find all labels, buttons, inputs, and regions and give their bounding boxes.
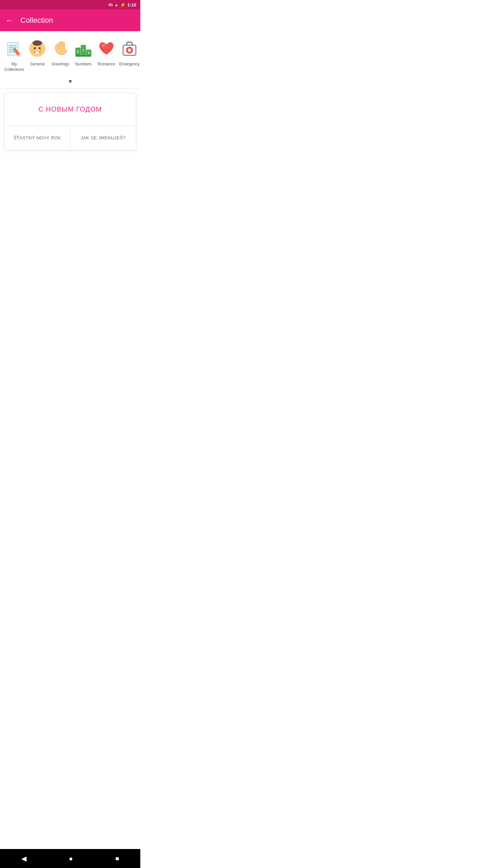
romance-icon [96, 38, 117, 60]
phrase-cell-right[interactable]: JAK SE JMENUJEŠ? [70, 126, 136, 150]
phrase-right-text: JAK SE JMENUJEŠ? [81, 135, 125, 140]
page-title: Collection [20, 16, 53, 25]
svg-text:3: 3 [88, 51, 89, 55]
status-icons: 4G ▲ ⚡ 1:10 [108, 2, 136, 7]
phrase-main-text: С НОВЫМ ГОДОМ [39, 105, 102, 113]
category-greetings[interactable]: Greetings [49, 38, 72, 67]
svg-point-11 [39, 47, 41, 49]
content-area: С НОВЫМ ГОДОМ ŠŤASTNÝ NOVÝ ROK JAK SE JM… [0, 89, 140, 154]
svg-point-10 [34, 47, 36, 49]
category-emergency[interactable]: Emergency [118, 38, 140, 67]
svg-text:2: 2 [77, 50, 79, 53]
svg-text:1: 1 [82, 48, 84, 52]
category-row: My Collections [0, 31, 140, 75]
svg-rect-25 [76, 55, 91, 57]
category-my-collections[interactable]: My Collections [3, 38, 26, 72]
app-header: ← Collection [0, 9, 140, 31]
svg-point-13 [40, 49, 42, 51]
phrase-cell-left[interactable]: ŠŤASTNÝ NOVÝ ROK [4, 126, 70, 150]
phrase-row: ŠŤASTNÝ NOVÝ ROK JAK SE JMENUJEŠ? [4, 126, 136, 150]
expand-row[interactable]: ▾ [0, 75, 140, 89]
category-general[interactable]: General [26, 38, 49, 67]
expand-icon: ▾ [69, 78, 72, 85]
svg-point-12 [33, 49, 34, 51]
svg-point-9 [33, 40, 42, 46]
category-romance-label: Romance [98, 62, 115, 67]
category-romance[interactable]: Romance [95, 38, 118, 67]
signal-icon: ▲ [115, 3, 118, 7]
phrase-main[interactable]: С НОВЫМ ГОДОМ [4, 93, 136, 126]
back-button[interactable]: ← [5, 16, 14, 25]
svg-rect-30 [128, 49, 131, 51]
category-numbers-label: Numbers [75, 62, 92, 67]
phrase-left-text: ŠŤASTNÝ NOVÝ ROK [14, 135, 61, 140]
category-greetings-label: Greetings [52, 62, 69, 67]
my-collections-icon [3, 38, 25, 60]
category-numbers[interactable]: 2 1 3 Numbers [72, 38, 95, 67]
category-my-collections-label: My Collections [3, 62, 25, 72]
time-display: 1:10 [127, 2, 136, 7]
phrase-card: С НОВЫМ ГОДОМ ŠŤASTNÝ NOVÝ ROK JAK SE JM… [4, 93, 136, 150]
network-icon: 4G [108, 3, 113, 7]
general-icon [26, 38, 48, 60]
greetings-icon [49, 38, 71, 60]
status-bar: 4G ▲ ⚡ 1:10 [0, 0, 140, 9]
emergency-icon [119, 38, 140, 60]
battery-icon: ⚡ [120, 2, 126, 7]
category-general-label: General [30, 62, 45, 67]
numbers-icon: 2 1 3 [73, 38, 94, 60]
category-emergency-label: Emergency [119, 62, 140, 67]
